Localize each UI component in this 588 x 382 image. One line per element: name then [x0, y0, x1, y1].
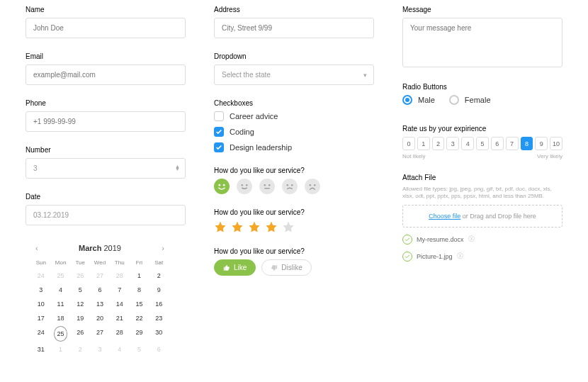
face-0[interactable]	[214, 179, 230, 194]
thumbs-down-icon	[271, 264, 278, 271]
star-3[interactable]	[265, 220, 278, 233]
cal-day[interactable]: 19	[70, 311, 90, 325]
like-button[interactable]: Like	[214, 259, 256, 276]
phone-input[interactable]	[26, 111, 186, 132]
cal-day[interactable]: 8	[130, 283, 149, 297]
calendar-prev[interactable]: ‹	[31, 242, 43, 254]
cal-day[interactable]: 6	[90, 283, 110, 297]
choose-file-link[interactable]: Choose file	[429, 213, 460, 220]
scale-4[interactable]: 4	[461, 137, 474, 150]
dropdown-select[interactable]: Select the state	[214, 64, 374, 85]
cal-day[interactable]: 23	[149, 311, 169, 325]
cal-day[interactable]: 15	[130, 297, 149, 311]
cal-day[interactable]: 30	[149, 325, 169, 342]
star-2[interactable]	[248, 220, 261, 233]
radio-1[interactable]	[449, 95, 459, 105]
cal-day[interactable]: 7	[110, 283, 130, 297]
cal-day[interactable]: 28	[110, 269, 130, 283]
cal-dow: Thu	[110, 257, 130, 269]
cal-day[interactable]: 27	[90, 269, 110, 283]
like-label: Like	[234, 264, 247, 271]
scale-0[interactable]: 0	[402, 137, 415, 150]
cal-day[interactable]: 9	[149, 283, 169, 297]
cal-day[interactable]: 26	[70, 325, 90, 342]
cal-day[interactable]: 29	[130, 325, 149, 342]
cal-day[interactable]: 3	[31, 283, 51, 297]
radio-label-0: Male	[418, 96, 435, 104]
star-4[interactable]	[282, 220, 295, 233]
cal-day[interactable]: 4	[110, 342, 130, 356]
checkbox-0[interactable]	[214, 111, 224, 121]
date-input[interactable]	[26, 205, 186, 225]
face-2[interactable]	[259, 179, 275, 194]
check-icon	[402, 252, 412, 262]
cal-day[interactable]: 26	[70, 269, 90, 283]
cal-day[interactable]: 3	[90, 342, 110, 356]
cal-day[interactable]: 16	[149, 297, 169, 311]
cal-day[interactable]: 2	[70, 342, 90, 356]
cal-day[interactable]: 13	[90, 297, 110, 311]
cal-day[interactable]: 5	[70, 283, 90, 297]
scale-6[interactable]: 6	[491, 137, 504, 150]
cal-day[interactable]: 6	[149, 342, 169, 356]
cal-day[interactable]: 11	[51, 297, 71, 311]
cal-day[interactable]: 27	[90, 325, 110, 342]
face-3[interactable]	[282, 179, 298, 194]
number-input[interactable]	[26, 158, 186, 179]
cal-day[interactable]: 28	[110, 325, 130, 342]
scale-8[interactable]: 8	[521, 137, 533, 150]
scale-10[interactable]: 10	[550, 137, 562, 150]
cal-day[interactable]: 31	[31, 342, 51, 356]
delete-file-0[interactable]: ⓧ	[468, 235, 475, 244]
star-1[interactable]	[231, 220, 244, 233]
delete-file-1[interactable]: ⓧ	[457, 252, 463, 261]
cal-day[interactable]: 10	[31, 297, 51, 311]
cal-dow: Mon	[51, 257, 71, 269]
cal-day[interactable]: 24	[31, 325, 51, 342]
scale-3[interactable]: 3	[446, 137, 459, 150]
cal-day[interactable]: 25	[54, 326, 68, 342]
cal-day[interactable]: 17	[31, 311, 51, 325]
face-1[interactable]	[237, 179, 252, 194]
scale-9[interactable]: 9	[535, 137, 548, 150]
radio-0[interactable]	[402, 95, 412, 105]
checkbox-label-0: Career advice	[230, 112, 278, 120]
cal-day[interactable]: 24	[31, 269, 51, 283]
cal-day[interactable]: 18	[51, 311, 71, 325]
message-input[interactable]	[402, 18, 562, 67]
dropzone[interactable]: Choose file or Drag and Drop file here	[402, 205, 562, 227]
scale-5[interactable]: 5	[476, 137, 489, 150]
svg-point-10	[310, 184, 311, 186]
svg-point-4	[246, 184, 247, 186]
phone-label: Phone	[26, 99, 186, 107]
cal-day[interactable]: 2	[149, 269, 169, 283]
cal-day[interactable]: 1	[130, 269, 149, 283]
dislike-button[interactable]: Dislike	[261, 259, 311, 276]
checkbox-2[interactable]	[214, 142, 224, 152]
face-4[interactable]	[305, 179, 320, 194]
cal-day[interactable]: 21	[110, 311, 130, 325]
address-input[interactable]	[214, 18, 374, 38]
scale-1[interactable]: 1	[417, 137, 430, 150]
checkbox-1[interactable]	[214, 127, 224, 137]
cal-day[interactable]: 22	[130, 311, 149, 325]
likedis-label: How do you like our service?	[214, 247, 374, 255]
rate-low: Not likely	[402, 153, 425, 159]
dropdown-label: Dropdown	[214, 52, 374, 60]
cal-day[interactable]: 20	[90, 311, 110, 325]
cal-day[interactable]: 12	[70, 297, 90, 311]
name-input[interactable]	[26, 18, 186, 38]
cal-day[interactable]: 25	[51, 269, 71, 283]
cal-day[interactable]: 5	[130, 342, 149, 356]
calendar-next[interactable]: ›	[157, 242, 169, 254]
scale-2[interactable]: 2	[432, 137, 445, 150]
email-input[interactable]	[26, 64, 186, 85]
cal-day[interactable]: 4	[51, 283, 71, 297]
star-0[interactable]	[214, 220, 227, 233]
svg-point-0	[215, 179, 229, 193]
cal-dow: Sat	[149, 257, 169, 269]
scale-7[interactable]: 7	[506, 137, 519, 150]
number-label: Number	[26, 146, 186, 154]
cal-day[interactable]: 14	[110, 297, 130, 311]
cal-day[interactable]: 1	[51, 342, 71, 356]
